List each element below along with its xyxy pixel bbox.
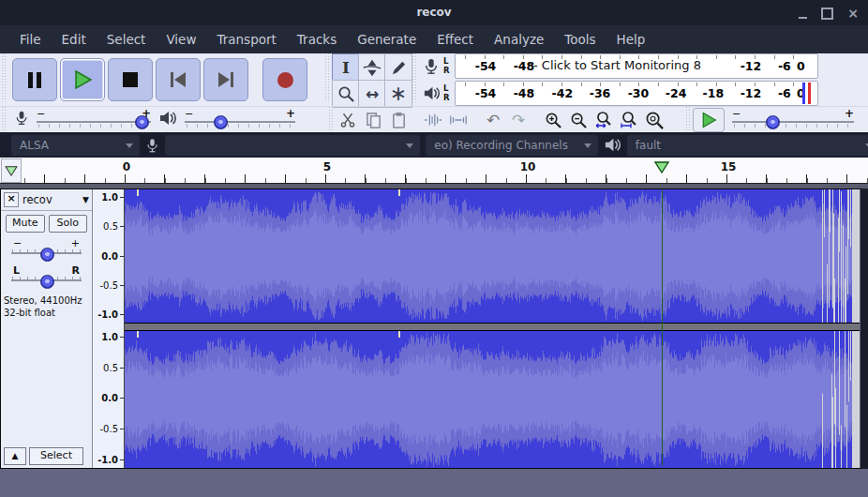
- menu-tools[interactable]: Tools: [554, 32, 606, 47]
- menu-edit[interactable]: Edit: [52, 32, 97, 47]
- window-right-edge: [861, 188, 868, 469]
- menu-select[interactable]: Select: [97, 32, 157, 47]
- play-meter-scale[interactable]: -54 -48 -42 -36 -30 -24 -18 -12 -6 0: [455, 81, 818, 106]
- track-close-button[interactable]: ×: [4, 192, 19, 207]
- solo-button[interactable]: Solo: [49, 215, 88, 233]
- playback-device-dropdown[interactable]: fault: [627, 135, 868, 156]
- time-shift-icon: ↔: [366, 84, 379, 103]
- zoom-toggle-icon: [645, 111, 665, 130]
- menu-generate[interactable]: Generate: [347, 32, 427, 47]
- redo-button[interactable]: ↷: [506, 109, 531, 131]
- play-tick-label: -36: [590, 86, 611, 100]
- audio-host-dropdown[interactable]: ALSA: [11, 135, 140, 156]
- pan-thumb[interactable]: [40, 275, 54, 289]
- tools-toolbar-grip[interactable]: [323, 53, 332, 106]
- audio-track: × recov ▼ Mute Solo − + L R: [0, 188, 862, 469]
- recording-channels-value: eo) Recording Channels: [434, 139, 568, 152]
- pin-triangle-icon: [5, 166, 18, 176]
- play-button[interactable]: [60, 58, 105, 101]
- skip-to-end-button[interactable]: [203, 58, 248, 101]
- menu-help[interactable]: Help: [606, 32, 656, 47]
- play-speed-thumb[interactable]: [766, 115, 780, 129]
- tools-toolbar: I ↔ ∗: [332, 53, 411, 106]
- record-meter-button[interactable]: [419, 57, 443, 76]
- ruler-major-ticks: [44, 174, 868, 183]
- zoom-in-icon: [545, 112, 562, 129]
- meter-clip-indicator-red: [808, 83, 811, 104]
- edit-toolbar-grip[interactable]: [327, 107, 336, 133]
- zoom-in-button[interactable]: [541, 109, 565, 131]
- undo-button[interactable]: ↶: [481, 109, 505, 131]
- select-track-button[interactable]: Select: [29, 447, 83, 465]
- selection-tool-button[interactable]: I: [332, 53, 360, 82]
- copy-button[interactable]: [361, 109, 385, 131]
- menu-tracks[interactable]: Tracks: [287, 32, 347, 47]
- recording-volume-slider[interactable]: − +: [37, 110, 151, 130]
- collapse-track-button[interactable]: ▲: [4, 447, 26, 465]
- vertical-scale-ruler[interactable]: 1.0 0.5 0.0 -0.5 -1.0 1.0 0.5 0.0 -0.5 -…: [93, 189, 125, 468]
- clipboard-icon: [390, 112, 408, 129]
- time-shift-tool-button[interactable]: ↔: [358, 80, 386, 108]
- play-tick-label: -6: [778, 86, 791, 100]
- track-area[interactable]: × recov ▼ Mute Solo − + L R: [0, 188, 868, 497]
- zoom-out-button[interactable]: [566, 109, 591, 131]
- waveform-channel-left[interactable]: [125, 189, 852, 323]
- meter-toolbar-grip[interactable]: [411, 53, 419, 106]
- draw-tool-button[interactable]: [384, 53, 412, 82]
- playhead-marker[interactable]: [654, 159, 669, 177]
- slider-minus-label: −: [732, 108, 741, 120]
- transport-toolbar-grip[interactable]: [0, 53, 8, 106]
- gain-slider[interactable]: − +: [11, 237, 82, 262]
- trim-audio-button[interactable]: [421, 109, 445, 131]
- maximize-button[interactable]: [821, 8, 833, 20]
- play-at-speed-grip[interactable]: [684, 107, 693, 133]
- track-menu-icon[interactable]: ▼: [82, 195, 89, 204]
- envelope-tool-button[interactable]: [358, 53, 386, 82]
- menu-analyze[interactable]: Analyze: [484, 32, 554, 47]
- edit-toolbar: ↶ ↷: [336, 109, 684, 131]
- play-meter-button[interactable]: [419, 84, 443, 102]
- meter-peak-indicator-blue: [802, 83, 805, 104]
- multi-tool-button[interactable]: ∗: [384, 80, 412, 108]
- zoom-toggle-button[interactable]: [642, 109, 666, 131]
- timeline-pin-button[interactable]: [1, 158, 22, 183]
- play-at-speed-button[interactable]: [693, 108, 725, 132]
- play-meter-right-label: R: [443, 94, 455, 103]
- zoom-tool-button[interactable]: [332, 80, 360, 108]
- track-control-panel: × recov ▼ Mute Solo − + L R: [1, 189, 93, 468]
- waveform-channel-right[interactable]: [125, 331, 852, 468]
- pan-slider[interactable]: L R: [11, 264, 82, 289]
- menu-view[interactable]: View: [156, 32, 206, 47]
- mute-button[interactable]: Mute: [6, 215, 45, 233]
- timeline-ruler[interactable]: 0 5 10 15: [0, 158, 868, 184]
- play-tick-label: -42: [552, 86, 574, 100]
- channel-divider[interactable]: [125, 323, 860, 331]
- record-meter-scale[interactable]: -54 -48 - Click to Start Monitoring 8 -1…: [455, 53, 818, 79]
- fit-selection-button[interactable]: [591, 109, 616, 131]
- skip-to-start-button[interactable]: [156, 58, 201, 101]
- close-button[interactable]: ×: [847, 7, 859, 20]
- playback-volume-slider[interactable]: − +: [185, 110, 295, 130]
- gain-thumb[interactable]: [40, 248, 54, 262]
- recording-channels-dropdown[interactable]: eo) Recording Channels: [426, 135, 597, 156]
- monitoring-message[interactable]: - Click to Start Monitoring 8: [533, 58, 701, 72]
- recording-device-dropdown[interactable]: [165, 135, 420, 156]
- stop-button[interactable]: [108, 58, 153, 101]
- record-button[interactable]: [262, 58, 307, 101]
- minimize-button[interactable]: [799, 17, 807, 19]
- record-tick-label: 0: [797, 59, 805, 73]
- cut-button[interactable]: [336, 109, 360, 131]
- mixer-toolbar-grip[interactable]: [0, 107, 8, 133]
- waveform-display[interactable]: [125, 189, 860, 468]
- track-name[interactable]: recov: [22, 193, 79, 206]
- speaker-icon: [423, 84, 441, 102]
- pause-button[interactable]: [12, 58, 57, 101]
- play-speed-slider[interactable]: − +: [732, 110, 854, 130]
- silence-audio-button[interactable]: [446, 109, 471, 131]
- fit-project-button[interactable]: [617, 109, 641, 131]
- playback-volume-thumb[interactable]: [214, 115, 228, 129]
- menu-file[interactable]: File: [9, 32, 52, 47]
- paste-button[interactable]: [386, 109, 411, 131]
- menu-effect[interactable]: Effect: [427, 32, 484, 47]
- menu-transport[interactable]: Transport: [206, 32, 286, 47]
